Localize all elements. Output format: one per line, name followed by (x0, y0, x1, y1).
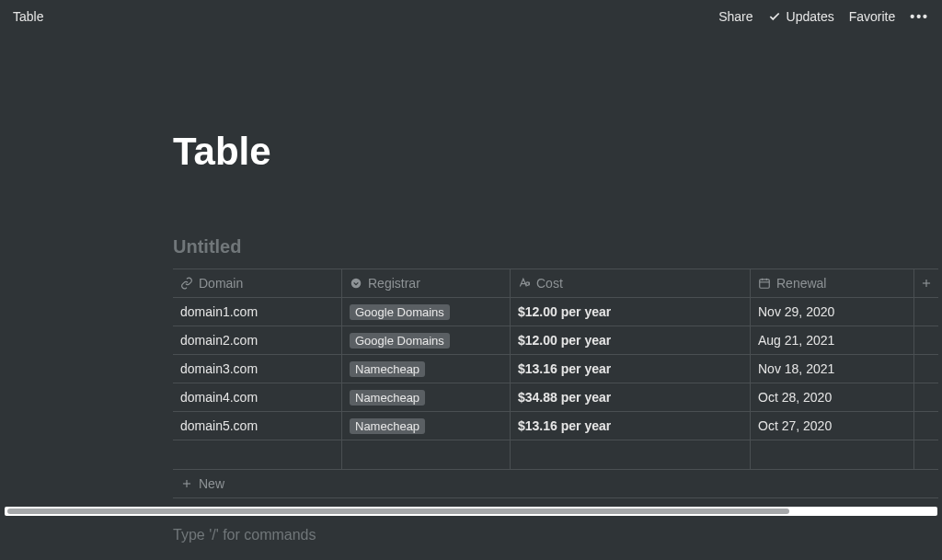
column-header-domain[interactable]: Domain (173, 269, 342, 297)
new-row-button[interactable]: New (173, 470, 938, 498)
cell-cost[interactable]: $13.16 per year (511, 412, 751, 440)
updates-button[interactable]: Updates (768, 9, 834, 24)
cell-registrar[interactable]: Google Domains (342, 298, 511, 326)
horizontal-scrollbar[interactable] (5, 507, 937, 516)
cell-renewal[interactable]: Oct 28, 2020 (751, 383, 914, 411)
cell-renewal[interactable]: Nov 29, 2020 (751, 298, 914, 326)
registrar-tag: Namecheap (350, 418, 425, 434)
column-header-renewal[interactable]: Renewal (751, 269, 914, 297)
table-header-row: Domain Registrar Cost Renewal (173, 269, 938, 298)
svg-point-0 (351, 279, 362, 289)
share-button[interactable]: Share (718, 9, 752, 24)
cell-cost[interactable]: $13.16 per year (511, 355, 751, 383)
cell-registrar[interactable]: Namecheap (342, 412, 511, 440)
cell-domain[interactable]: domain4.com (173, 383, 342, 411)
cell-renewal[interactable]: Nov 18, 2021 (751, 355, 914, 383)
add-column-button[interactable] (914, 269, 938, 297)
cell-registrar[interactable]: Namecheap (342, 355, 511, 383)
updates-label: Updates (787, 9, 834, 24)
table-row[interactable]: domain3.comNamecheap$13.16 per yearNov 1… (173, 355, 938, 383)
cell-cost[interactable]: $12.00 per year (511, 326, 751, 354)
new-row-label: New (199, 476, 224, 491)
breadcrumb[interactable]: Table (13, 9, 43, 24)
column-header-registrar[interactable]: Registrar (342, 269, 511, 297)
scrollbar-thumb[interactable] (7, 509, 789, 514)
cell-renewal[interactable]: Aug 21, 2021 (751, 326, 914, 354)
database-table: Domain Registrar Cost Renewal domain1.co… (173, 269, 938, 498)
cell-renewal[interactable]: Oct 27, 2020 (751, 412, 914, 440)
plus-icon (180, 477, 193, 490)
link-icon (180, 277, 193, 290)
editor-placeholder[interactable]: Type '/' for commands (173, 527, 316, 543)
plus-icon (920, 277, 933, 290)
cell-cost[interactable]: $34.88 per year (511, 383, 751, 411)
registrar-tag: Google Domains (350, 304, 450, 320)
cell-registrar[interactable]: Namecheap (342, 383, 511, 411)
cell-domain[interactable]: domain3.com (173, 355, 342, 383)
cell-cost[interactable]: $12.00 per year (511, 298, 751, 326)
table-row[interactable]: domain2.comGoogle Domains$12.00 per year… (173, 326, 938, 355)
registrar-tag: Namecheap (350, 390, 425, 406)
table-row[interactable]: domain5.comNamecheap$13.16 per yearOct 2… (173, 412, 938, 440)
page-title[interactable]: Table (173, 130, 942, 174)
text-icon (518, 277, 531, 290)
table-row[interactable]: domain4.comNamecheap$34.88 per yearOct 2… (173, 383, 938, 412)
cell-domain[interactable]: domain1.com (173, 298, 342, 326)
column-header-cost[interactable]: Cost (511, 269, 751, 297)
more-menu-button[interactable]: ••• (910, 9, 929, 24)
calendar-icon (758, 277, 771, 290)
cell-registrar[interactable]: Google Domains (342, 326, 511, 354)
favorite-button[interactable]: Favorite (849, 9, 896, 24)
svg-rect-3 (760, 280, 770, 288)
registrar-tag: Google Domains (350, 333, 450, 349)
select-icon (350, 277, 362, 290)
database-title[interactable]: Untitled (173, 236, 942, 257)
table-row[interactable]: domain1.comGoogle Domains$12.00 per year… (173, 298, 938, 326)
registrar-tag: Namecheap (350, 361, 425, 377)
cell-domain[interactable]: domain5.com (173, 412, 342, 440)
table-row-empty[interactable] (173, 440, 938, 470)
check-icon (768, 10, 781, 23)
cell-domain[interactable]: domain2.com (173, 326, 342, 354)
